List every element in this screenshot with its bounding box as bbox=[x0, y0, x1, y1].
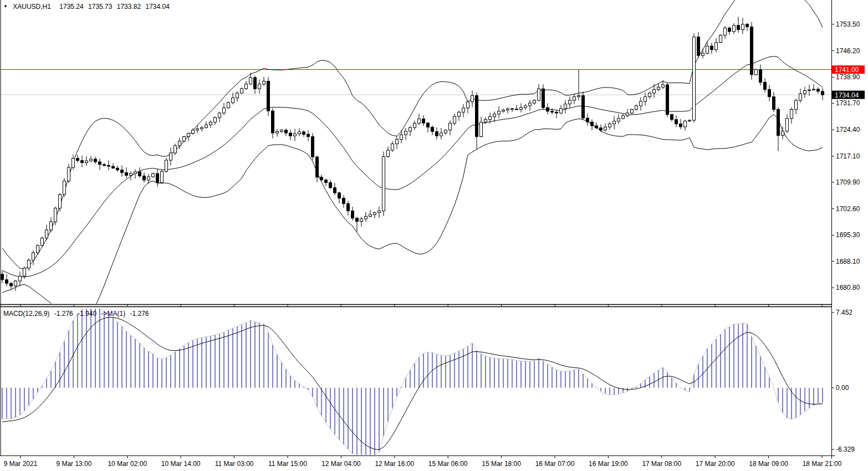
macd-axis-label: 0.00 bbox=[836, 384, 849, 392]
macd-main-value: -1.276 bbox=[54, 310, 73, 318]
time-axis-label: 11 Mar 15:00 bbox=[268, 460, 307, 468]
candles-layer bbox=[1, 17, 824, 291]
price-axis-label: 1746.20 bbox=[836, 47, 860, 55]
collapse-triangle-icon[interactable]: ▼ bbox=[3, 4, 8, 9]
chart-title-bar: ▼ XAUUSD,H1 1735.24 1735.73 1733.82 1734… bbox=[3, 3, 172, 11]
open-value: 1735.24 bbox=[59, 3, 83, 11]
macd-indicator-label: MACD(12,26,9) -1.276 -1.940 ->MA(1) -1.2… bbox=[3, 310, 152, 318]
time-axis-label: 15 Mar 06:00 bbox=[428, 460, 468, 468]
time-axis-label: 9 Mar 13:00 bbox=[56, 460, 91, 468]
price-axis-label: 1709.90 bbox=[836, 178, 860, 186]
macd-main-line bbox=[2, 306, 823, 459]
current-price-badge: 1734.04 bbox=[832, 91, 865, 99]
macd-ma-label: ->MA(1) bbox=[101, 310, 125, 318]
time-axis-label: 10 Mar 02:00 bbox=[108, 460, 147, 468]
chart-window: ▼ XAUUSD,H1 1735.24 1735.73 1733.82 1734… bbox=[0, 0, 868, 471]
price-axis-label: 1688.10 bbox=[836, 258, 860, 265]
price-axis-label: 1680.80 bbox=[836, 284, 860, 291]
time-axis-label: 17 Mar 20:00 bbox=[696, 460, 735, 468]
macd-title: MACD(12,26,9) bbox=[3, 310, 49, 318]
close-value: 1734.04 bbox=[146, 3, 170, 11]
macd-histogram bbox=[2, 306, 823, 459]
svg-text:1741.00: 1741.00 bbox=[835, 66, 859, 74]
time-axis-label: 12 Mar 16:00 bbox=[375, 460, 414, 468]
time-axis-label: 18 Mar 21:00 bbox=[803, 460, 842, 468]
time-axis-label: 15 Mar 18:00 bbox=[482, 460, 521, 468]
alert-price-badge: 1741.00 bbox=[832, 65, 865, 74]
price-axis-label: 1738.90 bbox=[836, 73, 860, 81]
time-axis-label: 10 Mar 14:00 bbox=[161, 460, 201, 468]
macd-axis-label: 7.452 bbox=[836, 309, 852, 316]
macd-axis[interactable]: 7.4520.00-6.329 bbox=[831, 309, 855, 453]
time-axis-label: 9 Mar 2021 bbox=[4, 460, 38, 468]
price-axis[interactable]: 1753.501746.201738.901731.701724.401717.… bbox=[831, 21, 860, 291]
macd-ma-value: -1.276 bbox=[130, 310, 149, 318]
time-axis-label: 16 Mar 19:00 bbox=[589, 460, 628, 468]
time-axis-label: 18 Mar 09:00 bbox=[749, 460, 788, 468]
chart-canvas[interactable]: 1753.501746.201738.901731.701724.401717.… bbox=[0, 0, 868, 471]
price-axis-label: 1731.70 bbox=[836, 99, 860, 107]
time-axis-label: 12 Mar 04:00 bbox=[321, 460, 361, 468]
price-panel[interactable] bbox=[0, 0, 831, 324]
time-axis-label: 11 Mar 03:00 bbox=[215, 460, 254, 468]
bollinger-lower-line bbox=[2, 115, 823, 324]
macd-panel[interactable] bbox=[2, 306, 823, 459]
bollinger-middle-line bbox=[2, 57, 823, 277]
low-value: 1733.82 bbox=[117, 3, 141, 11]
price-axis-label: 1717.10 bbox=[836, 152, 860, 160]
price-axis-label: 1695.30 bbox=[836, 231, 860, 239]
high-value: 1735.73 bbox=[88, 3, 112, 11]
time-axis-label: 17 Mar 08:00 bbox=[642, 460, 681, 468]
price-axis-label: 1753.50 bbox=[836, 21, 860, 28]
price-axis-label: 1724.40 bbox=[836, 126, 860, 134]
macd-signal-value: -1.940 bbox=[78, 310, 96, 318]
svg-text:1734.04: 1734.04 bbox=[835, 91, 859, 99]
price-axis-label: 1702.60 bbox=[836, 205, 860, 213]
macd-signal-line bbox=[2, 318, 823, 450]
macd-axis-label: -6.329 bbox=[836, 446, 855, 453]
time-axis-label: 16 Mar 07:00 bbox=[535, 460, 575, 468]
symbol-timeframe-label: XAUUSD,H1 bbox=[13, 3, 51, 11]
